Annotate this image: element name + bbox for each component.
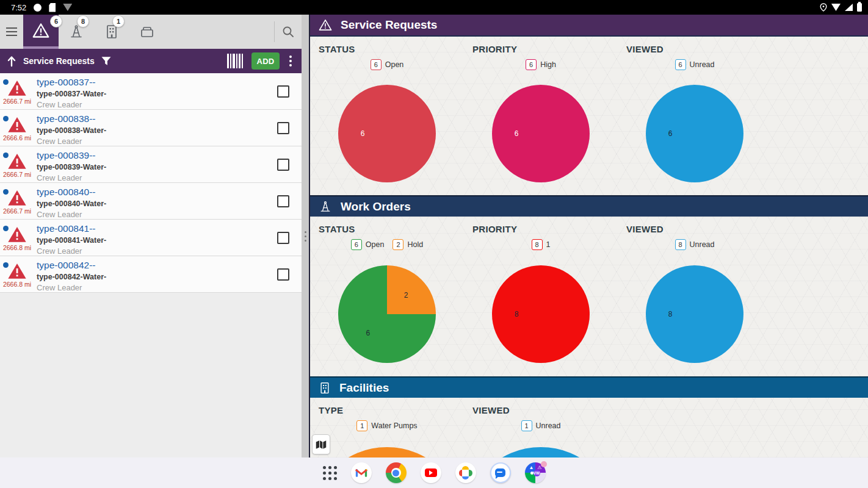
tab-work-orders[interactable]: 8 (59, 15, 94, 49)
filter-funnel-icon[interactable] (101, 56, 112, 66)
menu-icon[interactable] (0, 15, 23, 49)
chart-heading: VIEWED (626, 224, 772, 234)
alert-triangle-icon (7, 189, 27, 206)
alert-triangle-icon (319, 19, 332, 31)
pie-chart (310, 434, 464, 458)
battery-icon (857, 3, 862, 12)
item-subtitle: type-000840-Water- (37, 199, 277, 208)
item-subtitle: type-000838-Water- (37, 126, 277, 135)
svg-text:6: 6 (668, 129, 673, 138)
unread-dot (3, 189, 9, 195)
list-header: Service Requests ADD (0, 49, 302, 73)
chart-block: STATUS 6 Open 2 Hold 26 (310, 223, 464, 376)
svg-text:6: 6 (366, 329, 371, 337)
app-grid-icon[interactable] (323, 466, 337, 480)
legend-entry: 8 1 (532, 239, 551, 250)
chart-heading: VIEWED (626, 44, 772, 54)
chart-heading: TYPE (319, 405, 464, 415)
panel-resize-handle[interactable] (302, 15, 309, 458)
item-subtitle: type-000841-Water- (37, 236, 277, 245)
item-title-link[interactable]: type-000841-- (37, 223, 277, 234)
map-view-button[interactable] (312, 434, 330, 454)
sort-up-arrow-icon[interactable] (6, 55, 17, 67)
list-title: Service Requests (23, 56, 95, 66)
overflow-menu-icon[interactable] (286, 56, 295, 66)
item-checkbox[interactable] (277, 159, 289, 171)
clock: 7:52 (11, 3, 26, 12)
tab-assets[interactable] (129, 15, 165, 49)
unread-dot (3, 262, 9, 268)
distance-label: 2666.8 mi (3, 244, 31, 251)
list-item[interactable]: 2666.8 mi type-000841-- type-000841-Wate… (0, 220, 302, 256)
item-role: Crew Leader (37, 283, 277, 292)
pie-chart: 8 (464, 251, 618, 376)
svg-text:6: 6 (515, 129, 519, 138)
item-role: Crew Leader (37, 100, 277, 109)
alert-triangle-icon (7, 262, 27, 279)
item-title-link[interactable]: type-000840-- (37, 187, 277, 198)
section-title: Facilities (339, 381, 389, 395)
unread-dot (3, 152, 9, 158)
android-screen: 7:52 ? 6 (0, 0, 868, 488)
list-item[interactable]: 2666.7 mi type-000840-- type-000840-Wate… (0, 183, 302, 220)
list-item[interactable]: 2666.6 mi type-000838-- type-000838-Wate… (0, 110, 302, 146)
chart-block: TYPE 1 Water Pumps (310, 404, 464, 458)
chart-heading: STATUS (319, 44, 464, 54)
item-title-link[interactable]: type-000842-- (37, 260, 277, 271)
sd-card-icon (49, 3, 56, 12)
module-tab-bar: 6 8 1 (0, 15, 302, 49)
item-role: Crew Leader (37, 210, 277, 219)
legend-entry: 6 High (526, 59, 556, 70)
add-button[interactable]: ADD (251, 52, 280, 70)
storage-box-icon (139, 24, 155, 40)
list-item[interactable]: 2666.8 mi type-000842-- type-000842-Wate… (0, 256, 302, 293)
vueworks-app-icon[interactable]: ▲⚠VW (525, 462, 546, 483)
gmail-icon[interactable] (351, 462, 372, 483)
pie-chart: 6 (310, 71, 464, 195)
section-header-work-orders[interactable]: Work Orders (310, 195, 868, 217)
chart-block: VIEWED 6 Unread 6 (618, 43, 772, 195)
chart-block: STATUS 6 Open 6 (310, 43, 464, 195)
distance-label: 2666.8 mi (3, 281, 31, 288)
tab-badge: 6 (50, 15, 62, 27)
item-checkbox[interactable] (277, 122, 289, 134)
distance-label: 2666.7 mi (3, 98, 31, 105)
list-item[interactable]: 2666.7 mi type-000837-- type-000837-Wate… (0, 73, 302, 110)
item-checkbox[interactable] (277, 195, 289, 207)
google-photos-icon[interactable] (455, 462, 476, 483)
item-role: Crew Leader (37, 173, 277, 182)
item-title-link[interactable]: type-000839-- (37, 150, 277, 161)
item-checkbox[interactable] (277, 232, 289, 244)
status-circle-icon (34, 4, 42, 12)
chart-block: PRIORITY 8 1 8 (464, 223, 618, 376)
legend-entry: 2 Hold (392, 239, 423, 250)
item-title-link[interactable]: type-000837-- (37, 77, 277, 88)
search-button[interactable] (275, 15, 302, 49)
alert-triangle-icon (7, 226, 27, 243)
cone-icon (319, 200, 332, 214)
wifi-alert-icon (831, 4, 841, 11)
tab-service-requests[interactable]: 6 (23, 15, 59, 49)
chart-heading: PRIORITY (472, 44, 618, 54)
tab-facilities[interactable]: 1 (94, 15, 129, 49)
item-checkbox[interactable] (277, 85, 289, 98)
item-checkbox[interactable] (277, 268, 289, 281)
section-header-service-requests[interactable]: Service Requests (310, 15, 868, 37)
pie-chart: 6 (618, 71, 772, 195)
section-header-facilities[interactable]: Facilities (310, 376, 868, 398)
chart-heading: STATUS (319, 224, 464, 234)
left-panel: 6 8 1 (0, 15, 302, 458)
messages-icon[interactable] (490, 462, 511, 483)
alert-triangle-icon (32, 23, 49, 38)
list-item[interactable]: 2666.7 mi type-000839-- type-000839-Wate… (0, 146, 302, 183)
barcode-scan-icon[interactable] (227, 54, 243, 68)
alert-triangle-icon (7, 116, 27, 133)
item-title-link[interactable]: type-000838-- (37, 113, 277, 124)
section-title: Service Requests (341, 18, 437, 32)
chrome-icon[interactable] (386, 462, 407, 483)
taskbar: ▲⚠VW (0, 458, 868, 488)
distance-label: 2666.7 mi (3, 171, 31, 178)
item-subtitle: type-000842-Water- (37, 273, 277, 281)
pie-chart: 8 (618, 251, 772, 376)
youtube-icon[interactable] (421, 462, 441, 483)
